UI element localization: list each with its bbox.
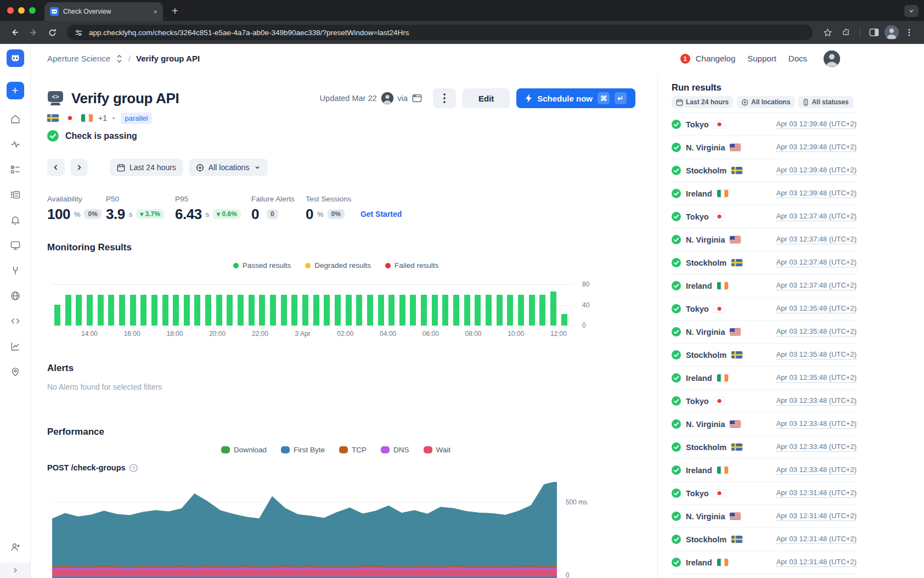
run-result-row[interactable]: Ireland Apr 03 12:39:48 (UTC+2) [672,182,857,205]
result-bar[interactable] [335,295,341,326]
minimize-window-button[interactable] [18,7,25,14]
performance-chart[interactable]: 500 ms0 [52,482,557,578]
run-result-row[interactable]: N. Virginia Apr 03 12:37:48 (UTC+2) [672,228,857,251]
filter-pill-location[interactable]: All locations [737,96,795,108]
run-result-row[interactable]: Stockholm Apr 03 12:35:48 (UTC+2) [672,344,857,367]
run-timestamp-link[interactable]: Apr 03 12:33:48 (UTC+2) [776,396,857,406]
run-timestamp-link[interactable]: Apr 03 12:31:48 (UTC+2) [776,512,857,521]
updated-by-avatar[interactable] [381,92,393,104]
browser-menu-kebab-icon[interactable] [901,24,917,41]
result-bar[interactable] [442,295,448,326]
sidebar-activity-icon[interactable] [10,139,21,150]
check-options-kebab-button[interactable] [433,88,456,108]
result-bar[interactable] [119,295,125,326]
run-timestamp-link[interactable]: Apr 03 12:37:48 (UTC+2) [776,235,857,245]
result-bar[interactable] [184,295,190,326]
result-bar[interactable] [162,295,168,326]
result-bar[interactable] [54,305,60,326]
sidebar-private-locations-globe-icon[interactable] [10,290,21,301]
result-bar[interactable] [151,295,157,326]
result-bar[interactable] [87,295,93,326]
help-question-icon[interactable]: ? [129,464,138,472]
result-bar[interactable] [216,295,222,326]
breadcrumb-account[interactable]: Aperture Science [47,54,110,63]
result-bar[interactable] [130,295,136,326]
result-bar[interactable] [194,295,200,326]
result-bar[interactable] [497,295,503,326]
result-bar[interactable] [108,295,114,326]
run-timestamp-link[interactable]: Apr 03 12:37:48 (UTC+2) [776,212,857,222]
run-timestamp-link[interactable]: Apr 03 12:35:49 (UTC+2) [776,304,857,314]
result-bar[interactable] [550,291,556,326]
run-result-row[interactable]: N. Virginia Apr 03 12:33:48 (UTC+2) [672,413,857,436]
sidebar-analytics-icon[interactable] [10,341,21,352]
run-result-row[interactable]: Tokyo Apr 03 12:37:48 (UTC+2) [672,205,857,228]
changelog-link[interactable]: Changelog [696,54,736,63]
previous-period-button[interactable] [47,159,65,176]
run-result-row[interactable]: Ireland Apr 03 12:31:48 (UTC+2) [672,551,857,574]
browser-tab[interactable]: Check Overview × [44,2,163,21]
run-result-row[interactable]: N. Virginia Apr 03 12:35:48 (UTC+2) [672,321,857,344]
result-bar[interactable] [313,295,319,326]
result-bar[interactable] [346,295,352,326]
get-started-link[interactable]: Get Started [360,210,402,218]
run-result-row[interactable]: Ireland Apr 03 12:37:48 (UTC+2) [672,274,857,298]
run-result-row[interactable]: Stockholm Apr 03 12:31:48 (UTC+2) [672,528,857,551]
support-link[interactable]: Support [747,54,776,63]
result-bar[interactable] [205,295,211,326]
filter-pill-calendar[interactable]: Last 24 hours [672,96,733,108]
run-result-row[interactable]: Stockholm Apr 03 12:37:48 (UTC+2) [672,251,857,274]
run-timestamp-link[interactable]: Apr 03 12:37:48 (UTC+2) [776,258,857,268]
site-settings-icon[interactable] [75,29,83,37]
run-timestamp-link[interactable]: Apr 03 12:31:48 (UTC+2) [776,535,857,545]
account-switcher-icon[interactable] [116,54,123,63]
sidebar-alerts-bell-icon[interactable] [10,215,21,226]
result-bar[interactable] [378,295,384,326]
result-bar[interactable] [561,314,567,326]
result-bar[interactable] [453,295,459,326]
result-bar[interactable] [281,295,287,326]
result-bar[interactable] [302,295,308,326]
invite-user-icon[interactable] [10,542,21,553]
run-timestamp-link[interactable]: Apr 03 12:33:48 (UTC+2) [776,419,857,429]
run-result-row[interactable]: Ireland Apr 03 12:33:48 (UTC+2) [672,459,857,482]
maximize-window-button[interactable] [29,7,36,14]
sidebar-api-code-icon[interactable] [10,316,21,327]
result-bar[interactable] [539,295,545,326]
run-timestamp-link[interactable]: Apr 03 12:39:48 (UTC+2) [776,189,857,199]
sidebar-locations-pin-icon[interactable] [10,366,21,377]
run-result-row[interactable]: Stockholm Apr 03 12:39:48 (UTC+2) [672,159,857,182]
result-bar[interactable] [98,295,104,326]
run-timestamp-link[interactable]: Apr 03 12:31:48 (UTC+2) [776,489,857,498]
checkly-logo[interactable] [7,49,24,67]
monitoring-results-chart[interactable]: 8040014:0016:0018:0020:0022:003 Apr02:00… [52,279,573,339]
result-bar[interactable] [173,295,179,326]
tab-close-icon[interactable]: × [153,8,157,16]
run-timestamp-link[interactable]: Apr 03 12:37:48 (UTC+2) [776,281,857,291]
close-window-button[interactable] [7,7,14,14]
browser-profile-avatar[interactable] [884,25,899,40]
run-result-row[interactable]: Stockholm Apr 03 12:33:48 (UTC+2) [672,436,857,459]
next-period-button[interactable] [70,159,88,176]
locations-filter[interactable]: All locations [189,159,268,176]
filter-pill-status[interactable]: All statuses [798,96,853,108]
run-result-row[interactable]: Ireland Apr 03 12:35:48 (UTC+2) [672,367,857,390]
address-bar[interactable]: app.checklyhq.com/checks/3264c851-e5ae-4… [67,25,813,40]
sidebar-home-icon[interactable] [10,114,21,125]
result-bar[interactable] [432,295,438,326]
reload-button[interactable] [44,24,60,41]
result-bar[interactable] [507,295,513,326]
run-timestamp-link[interactable]: Apr 03 12:39:48 (UTC+2) [776,120,857,130]
sidebar-test-sessions-icon[interactable] [10,189,21,200]
run-timestamp-link[interactable]: Apr 03 12:39:48 (UTC+2) [776,143,857,153]
edit-button[interactable]: Edit [463,88,510,108]
result-bar[interactable] [238,295,244,326]
result-bar[interactable] [65,295,71,326]
result-bar[interactable] [76,295,82,326]
user-avatar[interactable] [824,50,840,67]
run-result-row[interactable]: Tokyo Apr 03 12:35:49 (UTC+2) [672,298,857,321]
forward-button[interactable] [25,24,42,41]
result-bar[interactable] [324,295,330,326]
result-bar[interactable] [486,295,492,326]
run-timestamp-link[interactable]: Apr 03 12:31:48 (UTC+2) [776,558,857,568]
